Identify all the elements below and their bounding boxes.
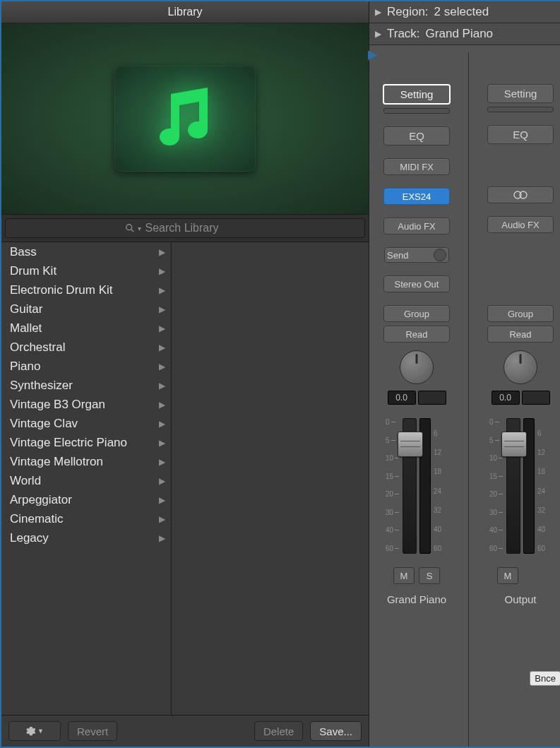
inspector-panel: ▶ Region: 2 selected ▶ Track: Grand Pian… — [369, 1, 560, 747]
audiofx-slot[interactable]: Audio FX — [383, 218, 450, 235]
chevron-right-icon: ▶ — [159, 400, 165, 410]
volume-fader[interactable] — [506, 418, 520, 554]
chevron-right-icon: ▶ — [159, 343, 165, 352]
bounce-button[interactable]: Bnce — [530, 671, 560, 686]
category-label: Legacy — [10, 531, 49, 545]
send-slot[interactable]: Send — [384, 247, 449, 263]
library-body: Bass▶Drum Kit▶Electronic Drum Kit▶Guitar… — [1, 242, 369, 715]
send-knob-icon[interactable] — [434, 249, 446, 261]
library-category-item[interactable]: Guitar▶ — [1, 299, 171, 319]
fader-cap[interactable] — [398, 432, 423, 457]
library-category-item[interactable]: Vintage Electric Piano▶ — [1, 433, 171, 452]
solo-button[interactable]: S — [419, 567, 440, 584]
mute-button[interactable]: M — [497, 567, 518, 584]
region-header[interactable]: ▶ Region: 2 selected — [369, 1, 560, 23]
region-label: Region: — [387, 5, 429, 19]
eq-slot[interactable]: EQ — [383, 126, 450, 146]
current-strip-pointer-icon: ▶ — [368, 47, 378, 62]
library-action-menu[interactable]: ▼ — [8, 721, 61, 741]
setting-slot[interactable]: Setting — [487, 84, 554, 103]
output-slot[interactable]: Stereo Out — [383, 275, 450, 292]
search-input[interactable] — [144, 221, 246, 235]
group-slot[interactable]: Group — [383, 305, 450, 322]
track-value: Grand Piano — [426, 27, 493, 41]
library-category-item[interactable]: Synthesizer▶ — [1, 376, 171, 395]
chevron-right-icon: ▶ — [159, 438, 165, 448]
chevron-right-icon: ▶ — [159, 381, 165, 391]
meter-peak[interactable] — [522, 391, 550, 405]
setting-slot[interactable]: Setting — [383, 84, 451, 105]
chevron-right-icon: ▶ — [159, 247, 165, 257]
library-title: Library — [1, 1, 369, 23]
output-format-slot[interactable] — [487, 186, 554, 203]
category-label: Mallet — [10, 321, 42, 336]
midifx-slot[interactable]: MIDI FX — [383, 158, 450, 175]
library-panel: Library ▾ Bass▶Drum Kit▶Electronic Drum … — [1, 1, 369, 747]
chevron-down-icon: ▼ — [37, 728, 44, 735]
music-note-icon — [146, 83, 224, 154]
library-search[interactable]: ▾ — [5, 218, 365, 238]
strip-name[interactable]: Output — [504, 593, 536, 605]
channel-strip-track: Setting EQ MIDI FX EXS24 Audio FX Send S… — [375, 52, 458, 747]
meter-peak[interactable] — [418, 391, 446, 405]
automation-mode-slot[interactable]: Read — [383, 326, 450, 343]
disclosure-triangle-icon[interactable]: ▶ — [375, 29, 381, 39]
category-label: Drum Kit — [10, 264, 56, 278]
category-label: Synthesizer — [10, 379, 73, 393]
library-category-item[interactable]: Vintage Mellotron▶ — [1, 452, 171, 471]
library-category-item[interactable]: Vintage B3 Organ▶ — [1, 395, 171, 414]
category-label: Piano — [10, 360, 40, 374]
region-value: 2 selected — [434, 5, 489, 19]
category-label: Arpeggiator — [10, 493, 72, 507]
volume-fader[interactable] — [403, 418, 417, 554]
library-category-list[interactable]: Bass▶Drum Kit▶Electronic Drum Kit▶Guitar… — [1, 242, 172, 715]
chevron-right-icon: ▶ — [159, 362, 165, 372]
library-category-item[interactable]: Piano▶ — [1, 357, 171, 376]
delete-button[interactable]: Delete — [254, 721, 303, 741]
pan-value[interactable]: 0.0 — [388, 391, 416, 405]
library-category-item[interactable]: Electronic Drum Kit▶ — [1, 280, 171, 299]
chevron-right-icon: ▶ — [159, 323, 165, 333]
fader-cap[interactable] — [501, 432, 527, 457]
save-button[interactable]: Save... — [310, 721, 362, 741]
category-label: Bass — [10, 245, 37, 259]
library-category-item[interactable]: Drum Kit▶ — [1, 261, 171, 280]
channel-strip-output: Setting EQ Audio FX Group Read — [479, 52, 560, 747]
category-label: Orchestral — [10, 340, 65, 355]
svg-line-1 — [131, 230, 133, 232]
library-category-item[interactable]: Arpeggiator▶ — [1, 490, 171, 509]
disclosure-triangle-icon[interactable]: ▶ — [375, 7, 381, 17]
chevron-right-icon: ▶ — [159, 266, 165, 276]
balance-knob[interactable] — [504, 350, 537, 384]
library-category-item[interactable]: World▶ — [1, 471, 171, 490]
pan-value[interactable]: 0.0 — [492, 391, 520, 405]
category-label: Vintage Electric Piano — [10, 436, 127, 450]
group-slot[interactable]: Group — [487, 305, 554, 322]
search-chevron-icon: ▾ — [138, 225, 141, 232]
library-category-item[interactable]: Cinematic▶ — [1, 509, 171, 528]
category-label: Vintage Clav — [10, 417, 78, 431]
revert-button[interactable]: Revert — [68, 721, 117, 741]
app-window: Library ▾ Bass▶Drum Kit▶Electronic Drum … — [0, 0, 560, 748]
stereo-icon — [511, 191, 530, 199]
instrument-slot[interactable]: EXS24 — [383, 188, 450, 205]
library-category-item[interactable]: Mallet▶ — [1, 319, 171, 338]
category-label: Guitar — [10, 302, 42, 316]
library-hero-tile — [114, 66, 256, 172]
library-hero — [1, 23, 369, 214]
library-category-item[interactable]: Orchestral▶ — [1, 338, 171, 357]
mute-button[interactable]: M — [393, 567, 415, 584]
pan-knob[interactable] — [400, 350, 434, 384]
library-footer: ▼ Revert Delete Save... — [1, 715, 369, 747]
audiofx-slot[interactable]: Audio FX — [487, 216, 554, 233]
library-category-item[interactable]: Legacy▶ — [1, 528, 171, 547]
category-label: Cinematic — [10, 512, 64, 526]
track-header[interactable]: ▶ Track: Grand Piano — [369, 23, 560, 45]
strip-name[interactable]: Grand Piano — [387, 593, 446, 605]
chevron-right-icon: ▶ — [159, 514, 165, 524]
fader-area: 05101520304060 6121824324060 — [386, 418, 448, 558]
library-category-item[interactable]: Vintage Clav▶ — [1, 414, 171, 433]
library-category-item[interactable]: Bass▶ — [1, 242, 171, 261]
eq-slot[interactable]: EQ — [487, 125, 554, 144]
automation-mode-slot[interactable]: Read — [487, 326, 554, 343]
